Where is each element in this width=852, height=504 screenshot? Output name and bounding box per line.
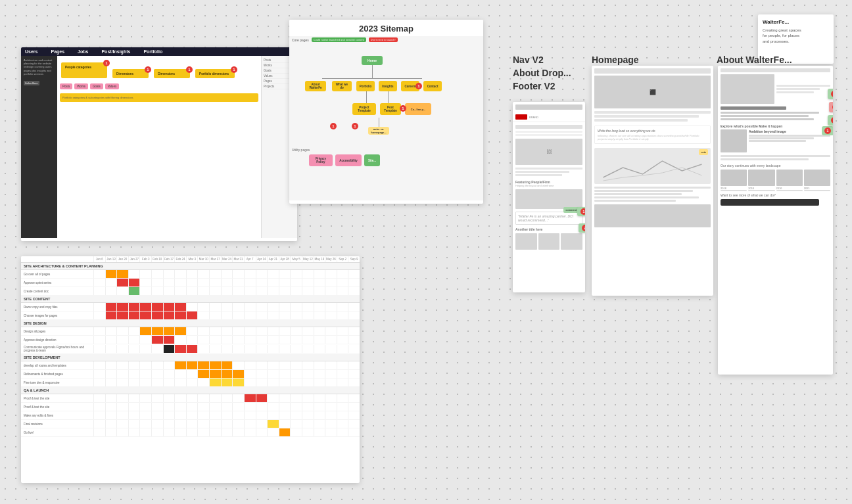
line-h: [322, 78, 422, 79]
c4: [128, 270, 140, 278]
hp-hero: ⬛: [594, 76, 711, 108]
m16: Apr 21: [267, 256, 279, 262]
c8: [174, 270, 186, 278]
amb-l3: [749, 140, 806, 142]
node-insights: Insights: [379, 81, 397, 91]
hp-line-1: [594, 111, 711, 114]
m6: Feb 10: [151, 256, 163, 262]
photo-1: 2016: [721, 170, 747, 191]
task-1-name: Go over all of pages: [21, 271, 93, 277]
section-content: SITE CONTENT: [21, 296, 360, 303]
line-v4: [379, 118, 379, 127]
brand-title: WalterFe...: [763, 19, 829, 25]
node-post: PostTemplate: [380, 103, 401, 115]
badge-b1: 1: [330, 118, 337, 130]
photo-3: 2016: [776, 170, 803, 191]
ambition-img: [721, 129, 747, 152]
row-12: Proof & test the site: [21, 394, 360, 403]
node-privacy: PrivacyPolicy: [309, 154, 333, 166]
c22: [337, 270, 348, 278]
wf-line-2: [515, 171, 569, 173]
row-11: Fine tune dev & responsive: [21, 378, 360, 387]
about-bubble-1: 1: [828, 89, 833, 99]
m8: Feb 24: [174, 256, 186, 262]
c18: [290, 270, 302, 278]
m14: Apr 7: [244, 256, 256, 262]
c20: [314, 270, 325, 278]
node-site: Site...: [364, 154, 380, 166]
m9: Mar 3: [186, 256, 198, 262]
hp-ml-4: [594, 196, 699, 198]
task-11-name: Fine tune dev & responsive: [21, 380, 93, 386]
task-3-cells: [93, 287, 360, 295]
m15: Apr 14: [256, 256, 268, 262]
nav-v2-label: Nav V2: [513, 55, 544, 65]
line-v: [372, 65, 373, 78]
nav-topbar: [515, 104, 582, 110]
about-img-1: [721, 74, 774, 104]
pink-1: Posts: [60, 83, 72, 89]
line-v2: [366, 91, 367, 103]
about-walter-label: About WalterFe...: [717, 55, 792, 65]
row-13: Proof & test the site: [21, 403, 360, 411]
section-dev: SITE DEVELOPMENT: [21, 354, 360, 361]
ambition-section: Ambition beyond image 1: [721, 129, 830, 152]
pink-3: Goals: [90, 83, 103, 89]
about-card: Explore what's possible Make it happen A…: [718, 66, 833, 375]
utility-nodes: PrivacyPolicy Accessibility Site...: [309, 154, 380, 166]
sitemap-title: 2023 Sitemap: [289, 20, 483, 36]
ia-bottom-section: Portfolio categories & subcategories wit…: [60, 93, 258, 102]
more-l2: [721, 158, 809, 160]
photo-img-2: [748, 170, 774, 186]
task-15-cells: [93, 420, 360, 428]
hp-chart: note: [594, 148, 711, 184]
row-7: Approve design direction: [21, 336, 360, 344]
header-label: [21, 256, 93, 262]
task-13-name: Proof & test the site: [21, 404, 93, 410]
nav-grid: [515, 233, 582, 250]
m3: Jan 20: [116, 256, 128, 262]
c7: [163, 270, 175, 278]
hp-img-2: [594, 204, 711, 227]
m21: May 26: [325, 256, 337, 262]
ambition-title: Ambition beyond image: [749, 129, 830, 133]
explore-heading: Explore what's possible Make it happen: [721, 124, 830, 128]
hp-more-lines: [594, 187, 711, 202]
photo-cap-4: [804, 190, 830, 191]
badge-4: 1: [231, 66, 237, 73]
c19: [302, 270, 314, 278]
left-sidebar: Architecture and content planning for th…: [21, 56, 57, 238]
task-5-name: Choose images for pages: [21, 313, 93, 319]
timeline-card: Jan 6 Jan 13 Jan 20 Jan 27 Feb 3 Feb 10 …: [21, 256, 360, 483]
hp-ml-3: [594, 193, 682, 195]
row-8: Communicate approvals Figma/tool hours a…: [21, 344, 360, 354]
m10: Mar 10: [197, 256, 209, 262]
c6: [151, 270, 163, 278]
canvas: Users Pages Jobs Post/Insights Portfolio…: [0, 0, 852, 504]
section-qa: QA & LAUNCH: [21, 387, 360, 394]
info-arch-card: Users Pages Jobs Post/Insights Portfolio…: [21, 47, 297, 241]
wf-line-3: [515, 174, 562, 176]
ambition-badge: 1: [822, 126, 833, 135]
cta-button[interactable]: [721, 199, 819, 206]
m7: Feb 17: [163, 256, 175, 262]
badge-3: 1: [186, 66, 193, 73]
brand-line2: and processes.: [763, 39, 829, 44]
homepage-card: ⬛ Write the long lead so everything we d…: [592, 66, 713, 296]
about-drop-label: About Drop...: [513, 68, 571, 78]
m20: May 19: [314, 256, 325, 262]
core-pages-label: Core pages Could not be launched and new…: [292, 37, 398, 42]
c14: [244, 270, 256, 278]
link-tag: LinkedItem: [24, 81, 39, 85]
task-10-name: Refinements & finished pages: [21, 371, 93, 377]
c3: [116, 270, 128, 278]
m17: Apr 28: [279, 256, 291, 262]
task-13-cells: [93, 403, 360, 411]
nav-section-2: Another title here: [515, 227, 582, 231]
homepage-body: ⬛ Write the long lead so everything we d…: [592, 66, 713, 230]
ab-badge-2: 1: [831, 117, 833, 124]
row-14: Make any edits & fixes: [21, 411, 360, 420]
pink-2: Works: [74, 83, 88, 89]
c5: [139, 270, 151, 278]
main-content: People categories 1 Dimensions 1 Dimensi…: [57, 56, 261, 238]
